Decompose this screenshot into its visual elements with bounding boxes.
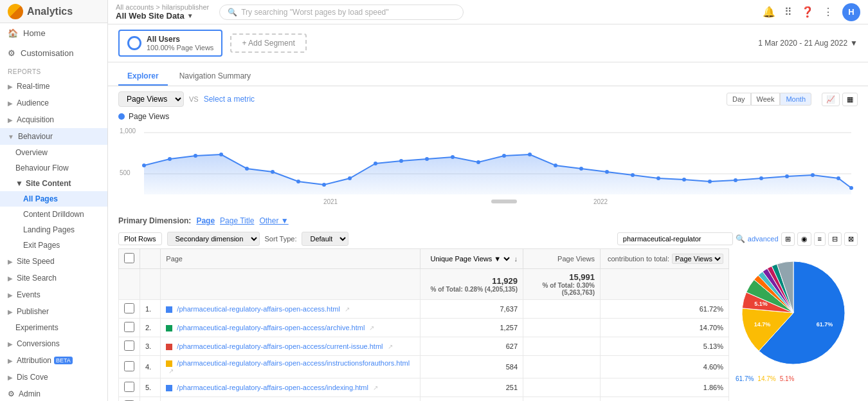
- experiments-label: Experiments: [15, 323, 59, 332]
- svg-point-28: [785, 174, 789, 178]
- sidebar-item-admin[interactable]: ⚙ Admin: [0, 386, 107, 401]
- sidebar-item-experiments[interactable]: Experiments: [0, 320, 107, 335]
- sidebar-item-attribution[interactable]: ▶ Attribution BETA: [0, 352, 107, 369]
- pie-label: 61.7%: [817, 321, 833, 328]
- sidebar-item-publisher[interactable]: ▶ Publisher: [0, 303, 107, 320]
- sort-type-select[interactable]: Default: [302, 232, 348, 246]
- pie-view-button[interactable]: ◉: [797, 232, 811, 246]
- row-num: 3.: [140, 337, 161, 356]
- notifications-icon[interactable]: 🔔: [763, 6, 775, 18]
- page-link[interactable]: /pharmaceutical-regulatory-affairs-open-…: [177, 359, 410, 367]
- pivot-view-button[interactable]: ⊟: [828, 232, 842, 246]
- site-content-label: Site Content: [26, 179, 71, 188]
- apps-icon[interactable]: ⠿: [784, 6, 792, 18]
- svg-point-25: [708, 180, 712, 183]
- sidebar-item-home[interactable]: 🏠 Home: [0, 23, 107, 43]
- time-btn-week[interactable]: Week: [751, 93, 781, 106]
- unique-pv-sort-select[interactable]: Unique Page Views ▼: [428, 254, 512, 263]
- page-link[interactable]: /pharmaceutical-regulatory-affairs-open-…: [177, 384, 368, 391]
- sidebar-item-site-search[interactable]: ▶ Site Search: [0, 270, 107, 286]
- filter-input[interactable]: [617, 232, 733, 245]
- page-link[interactable]: /pharmaceutical-regulatory-affairs-open-…: [177, 305, 340, 313]
- view-icons: ⊞ ◉ ≡ ⊟ ⊠: [781, 232, 858, 246]
- sidebar-item-realtime[interactable]: ▶ Real-time: [0, 78, 107, 95]
- unique-pv-dropdown[interactable]: Unique Page Views ▼: [428, 254, 512, 263]
- advanced-filter-link[interactable]: advanced: [748, 235, 779, 243]
- row-checkbox[interactable]: [124, 361, 134, 371]
- list-view-button[interactable]: ≡: [814, 232, 826, 246]
- search-icon: 🔍: [228, 8, 237, 17]
- row-checkbox[interactable]: [124, 303, 134, 313]
- row-pv: [523, 356, 601, 378]
- admin-label: Admin: [19, 389, 41, 398]
- tab-explorer[interactable]: Explorer: [118, 68, 168, 86]
- row-pct: 1.86%: [601, 378, 729, 397]
- dim-page-title-link[interactable]: Page Title: [220, 216, 254, 225]
- svg-point-10: [322, 183, 326, 187]
- page-link[interactable]: /pharmaceutical-regulatory-affairs-open-…: [177, 324, 365, 331]
- row-pct: 5.13%: [601, 337, 729, 356]
- help-icon[interactable]: ❓: [801, 6, 814, 18]
- property-selector[interactable]: All Web Site Data ▼: [116, 11, 209, 21]
- search-box[interactable]: 🔍 Try searching "Worst pages by load spe…: [219, 5, 464, 20]
- pie-legend-item-3: 5.1%: [780, 375, 795, 382]
- sidebar-item-audience[interactable]: ▶ Audience: [0, 95, 107, 111]
- sidebar-item-site-speed[interactable]: ▶ Site Speed: [0, 253, 107, 270]
- customisation-label: Customisation: [21, 48, 73, 58]
- contribution-header-inner: contribution to total: Page Views: [606, 254, 723, 264]
- row-pv: [523, 397, 601, 401]
- sidebar-item-acquisition[interactable]: ▶ Acquisition: [0, 111, 107, 128]
- sidebar-item-all-pages[interactable]: All Pages: [0, 191, 107, 207]
- dim-page-link[interactable]: Page: [196, 216, 215, 225]
- metric-select[interactable]: Page Views: [118, 91, 184, 107]
- more-icon[interactable]: ⋮: [823, 6, 833, 18]
- sidebar-item-discover[interactable]: ▶ Dis Cove: [0, 369, 107, 386]
- line-chart-button[interactable]: 📈: [822, 93, 840, 106]
- select-all-checkbox[interactable]: [124, 253, 134, 263]
- external-link-icon: ↗: [369, 324, 374, 331]
- sidebar-item-site-content[interactable]: ▼ Site Content: [0, 176, 107, 191]
- row-checkbox[interactable]: [124, 382, 134, 392]
- sidebar-item-exit-pages[interactable]: Exit Pages: [0, 238, 107, 253]
- row-page: /pharmaceutical-regulatory-affairs-open-…: [161, 300, 420, 319]
- sidebar-item-landing-pages[interactable]: Landing Pages: [0, 222, 107, 238]
- dim-other-link[interactable]: Other ▼: [259, 216, 288, 225]
- sidebar-item-events[interactable]: ▶ Events: [0, 286, 107, 303]
- pie-label: 5.1%: [754, 301, 768, 307]
- plot-rows-button[interactable]: Plot Rows: [118, 232, 162, 245]
- select-metric-link[interactable]: Select a metric: [204, 95, 255, 104]
- svg-marker-2: [144, 154, 851, 194]
- compare-view-button[interactable]: ⊠: [844, 232, 858, 246]
- sidebar-item-content-drilldown[interactable]: Content Drilldown: [0, 207, 107, 222]
- add-segment-button[interactable]: + Add Segment: [230, 33, 306, 53]
- page-link[interactable]: /pharmaceutical-regulatory-affairs-open-…: [177, 342, 383, 350]
- filter-search-icon[interactable]: 🔍: [736, 234, 745, 243]
- table-section: Primary Dimension: Page Page Title Other…: [108, 212, 868, 401]
- date-range-picker[interactable]: 1 Mar 2020 - 21 Aug 2022 ▼: [758, 39, 858, 48]
- table-row: 1. /pharmaceutical-regulatory-affairs-op…: [119, 300, 729, 319]
- sidebar-item-behaviour[interactable]: ▼ Behaviour: [0, 128, 107, 145]
- all-users-segment[interactable]: All Users 100.00% Page Views: [118, 30, 222, 57]
- time-btn-day[interactable]: Day: [727, 93, 751, 106]
- external-link-icon: ↗: [168, 368, 174, 375]
- behaviour-flow-label: Behaviour Flow: [15, 163, 69, 173]
- time-btn-month[interactable]: Month: [780, 93, 811, 106]
- row-num: 4.: [140, 356, 161, 378]
- bar-chart-button[interactable]: ▦: [842, 93, 858, 106]
- user-avatar[interactable]: H: [842, 3, 860, 21]
- row-checkbox[interactable]: [124, 322, 134, 332]
- sidebar-item-behaviour-flow[interactable]: Behaviour Flow: [0, 160, 107, 176]
- row-checkbox[interactable]: [124, 340, 134, 351]
- row-pct: 14.70%: [601, 319, 729, 337]
- secondary-dimension-select[interactable]: Secondary dimension: [167, 232, 260, 246]
- table-view-button[interactable]: ⊞: [781, 232, 795, 246]
- sidebar-item-customisation[interactable]: ⚙ Customisation: [0, 43, 107, 63]
- arrow-icon: ▶: [8, 117, 13, 124]
- col-unique-pv-header[interactable]: Unique Page Views ▼ ↓: [420, 249, 523, 269]
- sidebar-item-overview[interactable]: Overview: [0, 145, 107, 160]
- row-pct: 4.60%: [601, 356, 729, 378]
- arrow-icon: ▶: [8, 275, 13, 282]
- tab-navigation-summary[interactable]: Navigation Summary: [170, 68, 260, 86]
- sidebar-item-conversions[interactable]: ▶ Conversions: [0, 335, 107, 352]
- contribution-metric-select[interactable]: Page Views: [672, 254, 723, 264]
